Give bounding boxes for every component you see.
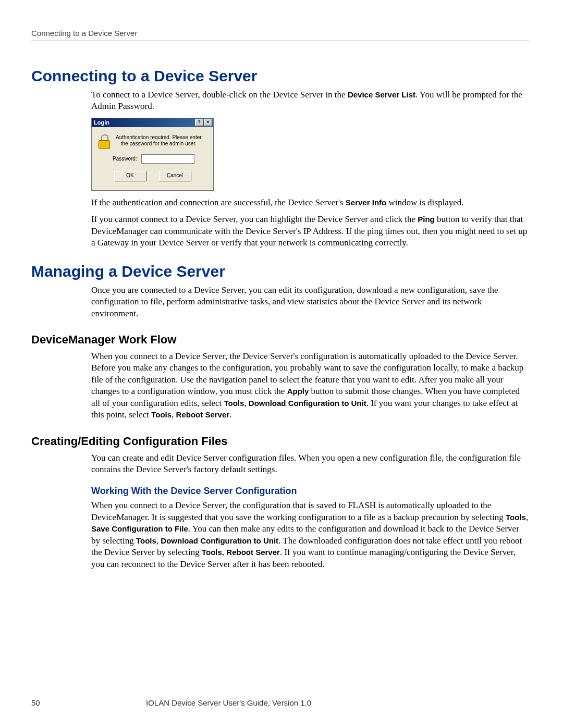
paragraph-workflow: When you connect to a Device Server, the… xyxy=(91,351,529,421)
bold-save-config: Save Configuration to File xyxy=(91,524,188,533)
bold-server-info: Server Info xyxy=(346,198,386,207)
heading-workflow: DeviceManager Work Flow xyxy=(31,333,529,347)
login-dialog: Login ? × Authentication required. Pleas… xyxy=(91,118,214,191)
cancel-button[interactable]: Cancel xyxy=(159,171,191,181)
text: window is displayed. xyxy=(386,198,463,207)
bold-apply: Apply xyxy=(287,387,309,396)
footer-text: IOLAN Device Server User's Guide, Versio… xyxy=(146,698,529,707)
text: When you connect to a Device Server, the… xyxy=(91,500,506,522)
text: , xyxy=(244,398,249,408)
close-icon[interactable]: × xyxy=(204,119,212,126)
login-message: Authentication required. Please enter th… xyxy=(116,133,202,147)
text: the password for the admin user. xyxy=(121,141,197,146)
lock-icon xyxy=(97,133,111,149)
paragraph-connect-success: If the authentication and connection are… xyxy=(91,197,529,208)
password-input[interactable] xyxy=(141,154,194,164)
paragraph-connect-ping: If you cannot connect to a Device Server… xyxy=(91,214,529,249)
ok-button[interactable]: OK xyxy=(114,171,146,181)
text: . xyxy=(229,410,231,419)
bold-reboot-1: Reboot Server xyxy=(176,410,230,419)
heading-connecting: Connecting to a Device Server xyxy=(31,67,529,85)
paragraph-connect-intro: To connect to a Device Server, double-cl… xyxy=(91,89,529,113)
page-footer: 50 IOLAN Device Server User's Guide, Ver… xyxy=(31,698,529,707)
text: , xyxy=(172,410,176,419)
text: Authentication required. Please enter xyxy=(116,134,202,140)
help-icon[interactable]: ? xyxy=(195,119,203,126)
heading-working-config: Working With the Device Server Configura… xyxy=(91,486,529,497)
heading-managing: Managing a Device Server xyxy=(31,263,529,280)
bold-tools-4: Tools xyxy=(136,536,156,545)
running-header: Connecting to a Device Server xyxy=(31,29,529,41)
bold-ping: Ping xyxy=(418,215,435,224)
bold-download-config-1: Download Configuration to Unit xyxy=(249,399,366,408)
bold-tools-5: Tools xyxy=(202,548,222,557)
bold-tools-3: Tools xyxy=(506,513,526,522)
login-title-text: Login xyxy=(94,119,109,126)
text: To connect to a Device Server, double-cl… xyxy=(91,90,348,100)
paragraph-working-config: When you connect to a Device Server, the… xyxy=(91,500,529,570)
heading-config-files: Creating/Editing Configuration Files xyxy=(31,435,529,448)
page-number: 50 xyxy=(31,698,146,707)
bold-device-server-list: Device Server List xyxy=(348,90,415,99)
password-label: Password: xyxy=(113,156,137,162)
text: If the authentication and connection are… xyxy=(91,198,346,207)
bold-tools-2: Tools xyxy=(151,410,172,419)
bold-reboot-2: Reboot Server xyxy=(226,548,280,557)
bold-tools-1: Tools xyxy=(224,399,244,408)
login-titlebar: Login ? × xyxy=(92,118,213,127)
text: , xyxy=(526,512,528,522)
paragraph-manage-intro: Once you are connected to a Device Serve… xyxy=(91,285,529,319)
bold-download-config-2: Download Configuration to Unit xyxy=(161,536,278,545)
text: If you cannot connect to a Device Server… xyxy=(91,214,418,224)
paragraph-config-intro: You can create and edit Device Server co… xyxy=(91,452,529,476)
